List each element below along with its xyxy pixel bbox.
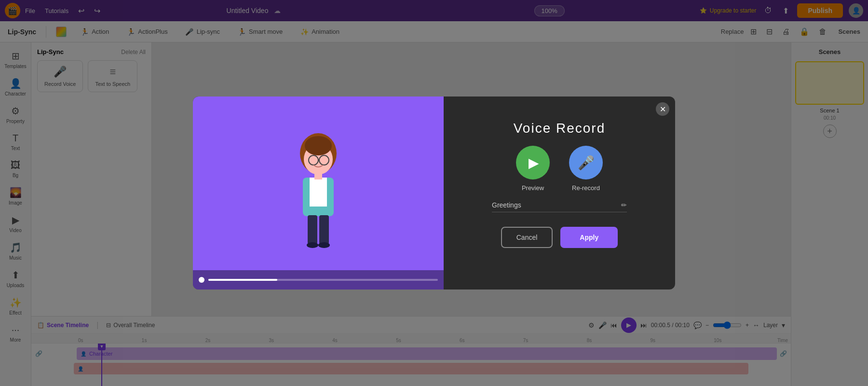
preview-label: Preview — [522, 184, 544, 192]
edit-label-button[interactable]: ✏ — [621, 201, 627, 209]
svg-point-12 — [318, 242, 330, 248]
modal-video-panel — [193, 96, 444, 290]
modal-title: Voice Record — [514, 121, 606, 136]
preview-action[interactable]: ▶ Preview — [516, 146, 550, 192]
svg-rect-8 — [314, 173, 322, 179]
character-svg — [280, 121, 357, 256]
svg-point-2 — [305, 136, 332, 155]
progress-fill — [208, 279, 277, 281]
modal-video-canvas — [193, 106, 444, 270]
svg-rect-10 — [319, 215, 329, 244]
preview-circle: ▶ — [516, 146, 550, 179]
svg-point-11 — [307, 242, 318, 248]
play-triangle-icon: ▶ — [529, 155, 539, 171]
recording-label-row: ✏ — [492, 201, 627, 212]
modal-close-button[interactable]: ✕ — [656, 102, 669, 116]
modal-action-buttons: Cancel Apply — [501, 227, 618, 248]
playhead-dot — [199, 277, 204, 283]
modal-overlay: ✕ — [0, 0, 868, 386]
rerecord-label: Re-record — [572, 184, 600, 192]
svg-rect-9 — [308, 215, 317, 244]
voice-record-modal: ✕ — [193, 96, 675, 290]
svg-rect-7 — [310, 178, 327, 207]
cancel-button[interactable]: Cancel — [501, 227, 553, 248]
rerecord-circle: 🎤 — [569, 146, 603, 179]
modal-content-panel: Voice Record ▶ Preview 🎤 Re-record — [444, 96, 675, 290]
modal-actions-group: ▶ Preview 🎤 Re-record — [516, 146, 603, 192]
microphone-large-icon: 🎤 — [578, 155, 595, 171]
progress-track[interactable] — [208, 279, 438, 281]
apply-button[interactable]: Apply — [560, 227, 618, 248]
rerecord-action[interactable]: 🎤 Re-record — [569, 146, 603, 192]
video-progress-bar — [193, 270, 444, 290]
recording-name-input[interactable] — [492, 201, 616, 209]
